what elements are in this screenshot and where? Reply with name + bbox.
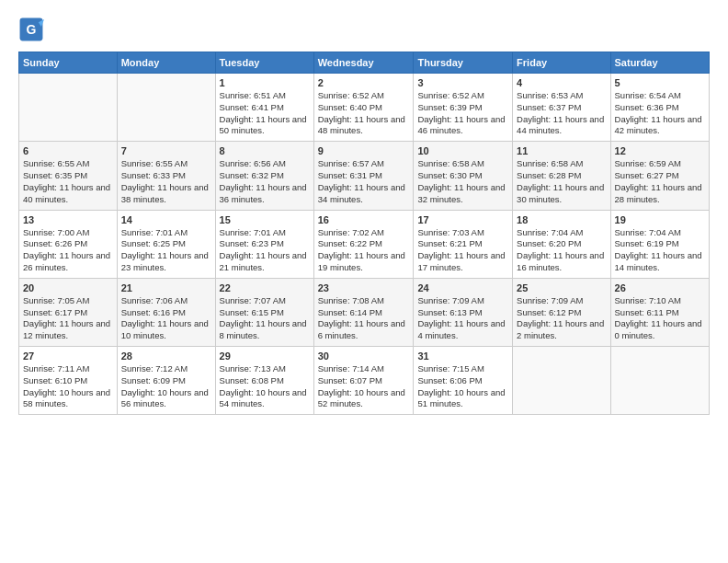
calendar-cell (513, 347, 610, 415)
calendar-cell: 17Sunrise: 7:03 AM Sunset: 6:21 PM Dayli… (414, 210, 513, 278)
calendar-cell: 13Sunrise: 7:00 AM Sunset: 6:26 PM Dayli… (19, 210, 118, 278)
day-info: Sunrise: 6:54 AM Sunset: 6:36 PM Dayligh… (615, 90, 705, 137)
calendar-cell: 25Sunrise: 7:09 AM Sunset: 6:12 PM Dayli… (513, 278, 610, 346)
calendar-body: 1Sunrise: 6:51 AM Sunset: 6:41 PM Daylig… (19, 74, 710, 415)
logo: G (18, 17, 48, 42)
calendar-cell: 3Sunrise: 6:52 AM Sunset: 6:39 PM Daylig… (414, 74, 513, 142)
calendar-table: SundayMondayTuesdayWednesdayThursdayFrid… (18, 52, 710, 415)
calendar-cell: 9Sunrise: 6:57 AM Sunset: 6:31 PM Daylig… (313, 142, 414, 210)
day-number: 22 (220, 282, 310, 293)
day-info: Sunrise: 7:09 AM Sunset: 6:13 PM Dayligh… (417, 295, 508, 342)
calendar-cell: 5Sunrise: 6:54 AM Sunset: 6:36 PM Daylig… (610, 74, 709, 142)
calendar-cell: 10Sunrise: 6:58 AM Sunset: 6:30 PM Dayli… (414, 142, 513, 210)
day-number: 19 (615, 214, 705, 225)
day-number: 16 (318, 214, 410, 225)
day-number: 26 (615, 282, 705, 293)
day-info: Sunrise: 6:52 AM Sunset: 6:40 PM Dayligh… (318, 90, 410, 137)
calendar-cell: 16Sunrise: 7:02 AM Sunset: 6:22 PM Dayli… (313, 210, 414, 278)
day-info: Sunrise: 7:11 AM Sunset: 6:10 PM Dayligh… (23, 363, 113, 410)
calendar-cell: 24Sunrise: 7:09 AM Sunset: 6:13 PM Dayli… (414, 278, 513, 346)
day-info: Sunrise: 6:55 AM Sunset: 6:33 PM Dayligh… (121, 158, 211, 205)
calendar-cell (117, 74, 215, 142)
day-number: 25 (517, 282, 606, 293)
day-info: Sunrise: 7:01 AM Sunset: 6:25 PM Dayligh… (121, 227, 211, 274)
calendar-cell: 29Sunrise: 7:13 AM Sunset: 6:08 PM Dayli… (215, 347, 313, 415)
day-number: 18 (517, 214, 606, 225)
day-number: 14 (121, 214, 211, 225)
day-number: 12 (615, 145, 705, 156)
day-info: Sunrise: 7:04 AM Sunset: 6:20 PM Dayligh… (517, 227, 606, 274)
calendar-cell (610, 347, 709, 415)
day-number: 17 (417, 214, 508, 225)
weekday-header-monday: Monday (117, 52, 215, 74)
weekday-header-thursday: Thursday (414, 52, 513, 74)
day-info: Sunrise: 7:01 AM Sunset: 6:23 PM Dayligh… (220, 227, 310, 274)
day-number: 6 (23, 145, 113, 156)
week-row-3: 13Sunrise: 7:00 AM Sunset: 6:26 PM Dayli… (19, 210, 710, 278)
calendar-page: G SundayMondayTuesdayWednesdayThursdayFr… (0, 0, 728, 424)
day-info: Sunrise: 7:02 AM Sunset: 6:22 PM Dayligh… (318, 227, 410, 274)
day-number: 10 (417, 145, 508, 156)
calendar-cell: 27Sunrise: 7:11 AM Sunset: 6:10 PM Dayli… (19, 347, 118, 415)
day-number: 9 (318, 145, 410, 156)
day-info: Sunrise: 7:05 AM Sunset: 6:17 PM Dayligh… (23, 295, 113, 342)
day-info: Sunrise: 6:53 AM Sunset: 6:37 PM Dayligh… (517, 90, 606, 137)
calendar-cell: 14Sunrise: 7:01 AM Sunset: 6:25 PM Dayli… (117, 210, 215, 278)
day-number: 13 (23, 214, 113, 225)
calendar-cell: 28Sunrise: 7:12 AM Sunset: 6:09 PM Dayli… (117, 347, 215, 415)
day-info: Sunrise: 7:07 AM Sunset: 6:15 PM Dayligh… (220, 295, 310, 342)
day-info: Sunrise: 6:56 AM Sunset: 6:32 PM Dayligh… (220, 158, 310, 205)
day-number: 29 (220, 350, 310, 362)
day-number: 11 (517, 145, 606, 156)
day-info: Sunrise: 7:03 AM Sunset: 6:21 PM Dayligh… (417, 227, 508, 274)
calendar-cell: 7Sunrise: 6:55 AM Sunset: 6:33 PM Daylig… (117, 142, 215, 210)
calendar-cell: 19Sunrise: 7:04 AM Sunset: 6:19 PM Dayli… (610, 210, 709, 278)
day-number: 30 (318, 350, 410, 362)
calendar-cell: 15Sunrise: 7:01 AM Sunset: 6:23 PM Dayli… (215, 210, 313, 278)
weekday-header-sunday: Sunday (19, 52, 118, 74)
day-info: Sunrise: 6:57 AM Sunset: 6:31 PM Dayligh… (318, 158, 410, 205)
day-number: 31 (417, 350, 508, 362)
day-info: Sunrise: 7:06 AM Sunset: 6:16 PM Dayligh… (121, 295, 211, 342)
week-row-1: 1Sunrise: 6:51 AM Sunset: 6:41 PM Daylig… (19, 74, 710, 142)
calendar-cell: 8Sunrise: 6:56 AM Sunset: 6:32 PM Daylig… (215, 142, 313, 210)
day-info: Sunrise: 7:00 AM Sunset: 6:26 PM Dayligh… (23, 227, 113, 274)
day-info: Sunrise: 7:14 AM Sunset: 6:07 PM Dayligh… (318, 363, 410, 410)
weekday-header-row: SundayMondayTuesdayWednesdayThursdayFrid… (19, 52, 710, 74)
weekday-header-tuesday: Tuesday (215, 52, 313, 74)
day-number: 1 (220, 77, 310, 88)
calendar-cell: 4Sunrise: 6:53 AM Sunset: 6:37 PM Daylig… (513, 74, 610, 142)
week-row-5: 27Sunrise: 7:11 AM Sunset: 6:10 PM Dayli… (19, 347, 710, 415)
day-info: Sunrise: 7:10 AM Sunset: 6:11 PM Dayligh… (615, 295, 705, 342)
day-number: 15 (220, 214, 310, 225)
day-info: Sunrise: 6:52 AM Sunset: 6:39 PM Dayligh… (417, 90, 508, 137)
day-number: 8 (220, 145, 310, 156)
calendar-cell: 1Sunrise: 6:51 AM Sunset: 6:41 PM Daylig… (215, 74, 313, 142)
calendar-cell: 31Sunrise: 7:15 AM Sunset: 6:06 PM Dayli… (414, 347, 513, 415)
calendar-cell: 26Sunrise: 7:10 AM Sunset: 6:11 PM Dayli… (610, 278, 709, 346)
day-info: Sunrise: 7:04 AM Sunset: 6:19 PM Dayligh… (615, 227, 705, 274)
day-number: 24 (417, 282, 508, 293)
day-info: Sunrise: 7:15 AM Sunset: 6:06 PM Dayligh… (417, 363, 508, 410)
day-number: 21 (121, 282, 211, 293)
day-number: 7 (121, 145, 211, 156)
header: G (18, 17, 710, 42)
weekday-header-saturday: Saturday (610, 52, 709, 74)
calendar-cell: 11Sunrise: 6:58 AM Sunset: 6:28 PM Dayli… (513, 142, 610, 210)
day-number: 5 (615, 77, 705, 88)
day-info: Sunrise: 6:55 AM Sunset: 6:35 PM Dayligh… (23, 158, 113, 205)
day-number: 2 (318, 77, 410, 88)
calendar-cell: 21Sunrise: 7:06 AM Sunset: 6:16 PM Dayli… (117, 278, 215, 346)
week-row-2: 6Sunrise: 6:55 AM Sunset: 6:35 PM Daylig… (19, 142, 710, 210)
weekday-header-friday: Friday (513, 52, 610, 74)
day-info: Sunrise: 7:13 AM Sunset: 6:08 PM Dayligh… (220, 363, 310, 410)
calendar-cell: 23Sunrise: 7:08 AM Sunset: 6:14 PM Dayli… (313, 278, 414, 346)
day-number: 28 (121, 350, 211, 362)
calendar-cell: 6Sunrise: 6:55 AM Sunset: 6:35 PM Daylig… (19, 142, 118, 210)
calendar-cell: 30Sunrise: 7:14 AM Sunset: 6:07 PM Dayli… (313, 347, 414, 415)
day-number: 20 (23, 282, 113, 293)
calendar-cell: 2Sunrise: 6:52 AM Sunset: 6:40 PM Daylig… (313, 74, 414, 142)
day-info: Sunrise: 6:59 AM Sunset: 6:27 PM Dayligh… (615, 158, 705, 205)
week-row-4: 20Sunrise: 7:05 AM Sunset: 6:17 PM Dayli… (19, 278, 710, 346)
day-info: Sunrise: 6:51 AM Sunset: 6:41 PM Dayligh… (220, 90, 310, 137)
